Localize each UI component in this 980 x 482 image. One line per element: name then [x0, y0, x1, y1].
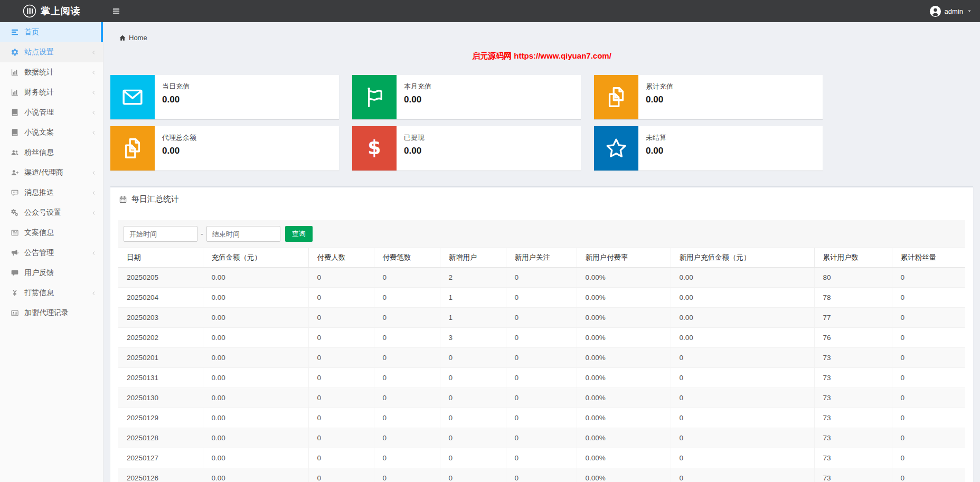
date-range-separator: - [201, 230, 203, 238]
table-row: 202501310.0000000.00%0730 [118, 368, 965, 388]
stat-cards: 当日充值 0.00 本月充值 0.00 累计充值 0.00 代理总余额 0.00… [110, 75, 823, 171]
chevron-left-icon [91, 210, 97, 216]
table-cell: 0 [506, 348, 577, 368]
table-cell: 0.00 [203, 328, 308, 348]
search-button[interactable]: 查询 [285, 226, 313, 242]
end-date-input[interactable] [206, 226, 280, 242]
brand[interactable]: 掌上阅读 [0, 0, 103, 22]
sidebar-item[interactable]: 站点设置 [0, 42, 103, 62]
table-cell: 0 [671, 448, 814, 468]
sidebar-item[interactable]: 公众号设置 [0, 203, 103, 223]
bullhorn-icon [11, 249, 19, 257]
sidebar-item-label: 渠道/代理商 [24, 168, 63, 177]
start-date-input[interactable] [124, 226, 197, 242]
sidebar-item[interactable]: 加盟代理记录 [0, 303, 103, 323]
sidebar-item[interactable]: 粉丝信息 [0, 143, 103, 163]
sidebar-item[interactable]: 数据统计 [0, 62, 103, 82]
users-icon [11, 148, 19, 157]
breadcrumb: Home [103, 22, 980, 42]
stat-card: 累计充值 0.00 [594, 75, 823, 119]
table-cell: 0 [506, 468, 577, 482]
table-cell: 0.00% [577, 348, 671, 368]
table-column-header: 付费笔数 [374, 248, 440, 268]
copy-icon [110, 126, 155, 171]
user-plus-icon [11, 168, 19, 177]
sidebar-item-label: 粉丝信息 [24, 148, 54, 157]
breadcrumb-home-link[interactable]: Home [119, 34, 147, 42]
table-row: 202501270.0000000.00%0730 [118, 448, 965, 468]
table-cell: 0.00 [671, 328, 814, 348]
table-cell: 73 [814, 408, 892, 428]
table-cell: 78 [814, 288, 892, 308]
table-row: 202502050.0000200.00%0.00800 [118, 268, 965, 288]
user-menu[interactable]: admin [929, 5, 973, 17]
table-cell: 0 [671, 388, 814, 408]
table-cell: 0 [440, 448, 506, 468]
sidebar-item[interactable]: 公告管理 [0, 243, 103, 263]
table-cell: 0 [374, 368, 440, 388]
panel-title: 每日汇总统计 [131, 194, 179, 204]
chevron-left-icon [91, 170, 97, 176]
table-cell: 0.00% [577, 308, 671, 328]
stat-card: 当日充值 0.00 [110, 75, 339, 119]
table-cell: 0.00% [577, 268, 671, 288]
sidebar-item-label: 加盟代理记录 [24, 308, 69, 318]
news-icon [11, 229, 19, 237]
stat-card-value: 0.00 [162, 146, 196, 156]
table-cell: 0 [440, 348, 506, 368]
table-cell: 0 [892, 468, 965, 482]
table-cell: 0 [892, 448, 965, 468]
table-cell: 20250201 [118, 348, 203, 368]
table-cell: 2 [440, 268, 506, 288]
table-cell: 0.00 [203, 348, 308, 368]
sidebar-item[interactable]: 用户反馈 [0, 263, 103, 283]
book-icon [11, 128, 19, 137]
sidebar-item[interactable]: 财务统计 [0, 82, 103, 102]
table-cell: 0 [308, 328, 374, 348]
table-cell: 0 [374, 328, 440, 348]
top-navbar: 掌上阅读 admin [0, 0, 980, 22]
sidebar: 首页 站点设置 数据统计 财务统计 小说管理 小说文案 粉丝信息 渠道/代理商 … [0, 22, 103, 482]
menu-toggle-icon[interactable] [112, 7, 120, 15]
table-cell: 0 [308, 308, 374, 328]
table-cell: 0 [374, 428, 440, 448]
sidebar-item[interactable]: 小说管理 [0, 102, 103, 122]
stat-card-label: 已提现 [404, 133, 425, 143]
chart-icon [11, 88, 19, 97]
sidebar-item[interactable]: 打赏信息 [0, 283, 103, 303]
sidebar-item[interactable]: 文案信息 [0, 223, 103, 243]
avatar-icon [929, 5, 941, 17]
sidebar-item[interactable]: 渠道/代理商 [0, 163, 103, 183]
table-cell: 0 [374, 468, 440, 482]
table-cell: 0 [440, 428, 506, 448]
table-cell: 0 [892, 348, 965, 368]
table-cell: 0 [440, 468, 506, 482]
table-cell: 0.00 [203, 468, 308, 482]
table-row: 202501300.0000000.00%0730 [118, 388, 965, 408]
chevron-left-icon [91, 70, 97, 75]
table-cell: 0 [671, 468, 814, 482]
chart-icon [11, 68, 19, 77]
sidebar-item[interactable]: 小说文案 [0, 122, 103, 143]
table-cell: 20250131 [118, 368, 203, 388]
username: admin [945, 7, 963, 15]
stat-card: 已提现 0.00 [352, 126, 581, 171]
sidebar-item[interactable]: 消息推送 [0, 183, 103, 203]
list-icon [11, 28, 19, 36]
table-cell: 0 [506, 368, 577, 388]
table-column-header: 新增用户 [440, 248, 506, 268]
filter-bar: - 查询 [118, 220, 965, 248]
table-cell: 0.00% [577, 468, 671, 482]
table-cell: 0 [308, 268, 374, 288]
table-cell: 0 [308, 388, 374, 408]
table-cell: 0 [308, 408, 374, 428]
gear-icon [11, 48, 19, 56]
table-cell: 0.00% [577, 408, 671, 428]
table-cell: 0.00 [671, 288, 814, 308]
table-cell: 80 [814, 268, 892, 288]
book-icon [11, 108, 19, 117]
table-cell: 0 [374, 408, 440, 428]
table-cell: 0.00% [577, 368, 671, 388]
panel-header: 每日汇总统计 [110, 187, 973, 204]
sidebar-item[interactable]: 首页 [0, 22, 103, 42]
